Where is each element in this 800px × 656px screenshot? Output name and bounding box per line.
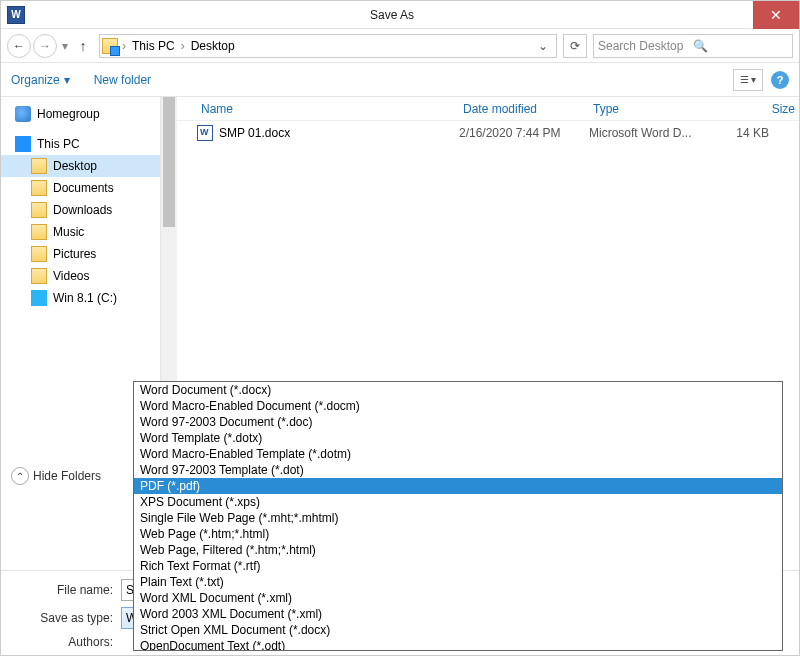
nav-back-button[interactable]: ← xyxy=(7,34,31,58)
saveastype-option[interactable]: Word Macro-Enabled Document (*.docm) xyxy=(134,398,782,414)
saveastype-option[interactable]: Word Document (*.docx) xyxy=(134,382,782,398)
saveastype-option[interactable]: Word 97-2003 Template (*.dot) xyxy=(134,462,782,478)
nav-forward-button[interactable]: → xyxy=(33,34,57,58)
saveastype-option[interactable]: Plain Text (*.txt) xyxy=(134,574,782,590)
sidebar-item-documents[interactable]: Documents xyxy=(1,177,160,199)
saveastype-option[interactable]: Web Page (*.htm;*.html) xyxy=(134,526,782,542)
word-doc-icon xyxy=(197,125,213,141)
column-header-date[interactable]: Date modified xyxy=(459,102,589,116)
file-size: 14 KB xyxy=(719,126,799,140)
column-header-name[interactable]: Name xyxy=(197,102,459,116)
new-folder-button[interactable]: New folder xyxy=(94,73,151,87)
folder-icon xyxy=(31,180,47,196)
saveastype-option[interactable]: Word Template (*.dotx) xyxy=(134,430,782,446)
filename-label: File name: xyxy=(1,583,121,597)
dialog-toolbar: Organize ▾ New folder ☰ ▾ ? xyxy=(1,63,799,97)
sidebar-item-downloads[interactable]: Downloads xyxy=(1,199,160,221)
column-headers: Name Date modified Type Size xyxy=(177,97,799,121)
scrollbar-thumb[interactable] xyxy=(163,97,175,227)
sidebar-item-music[interactable]: Music xyxy=(1,221,160,243)
hide-folders-button[interactable]: ⌃ Hide Folders xyxy=(11,467,101,485)
sidebar-item-this-pc[interactable]: This PC xyxy=(1,133,160,155)
nav-up-button[interactable]: ↑ xyxy=(73,38,93,54)
folder-icon xyxy=(31,224,47,240)
file-row[interactable]: SMP 01.docx 2/16/2020 7:44 PM Microsoft … xyxy=(177,121,799,145)
address-dropdown[interactable]: ⌄ xyxy=(532,39,554,53)
chevron-right-icon[interactable]: › xyxy=(179,39,187,53)
refresh-button[interactable]: ⟳ xyxy=(563,34,587,58)
folder-icon xyxy=(31,246,47,262)
address-bar[interactable]: › This PC › Desktop ⌄ xyxy=(99,34,557,58)
sidebar-item-homegroup[interactable]: Homegroup xyxy=(1,103,160,125)
folder-icon xyxy=(31,268,47,284)
saveastype-option[interactable]: Word XML Document (*.xml) xyxy=(134,590,782,606)
saveastype-option[interactable]: Strict Open XML Document (*.docx) xyxy=(134,622,782,638)
sidebar-item-desktop[interactable]: Desktop xyxy=(1,155,160,177)
file-type: Microsoft Word D... xyxy=(589,126,719,140)
window-title: Save As xyxy=(31,8,753,22)
this-pc-icon xyxy=(15,136,31,152)
sidebar-item-win81[interactable]: Win 8.1 (C:) xyxy=(1,287,160,309)
folder-icon xyxy=(31,202,47,218)
saveastype-dropdown-list[interactable]: Word Document (*.docx)Word Macro-Enabled… xyxy=(133,381,783,651)
saveastype-option[interactable]: Word 97-2003 Document (*.doc) xyxy=(134,414,782,430)
homegroup-icon xyxy=(15,106,31,122)
column-header-size[interactable]: Size xyxy=(719,102,799,116)
saveastype-option[interactable]: PDF (*.pdf) xyxy=(134,478,782,494)
chevron-right-icon[interactable]: › xyxy=(120,39,128,53)
breadcrumb-this-pc[interactable]: This PC xyxy=(128,39,179,53)
close-button[interactable]: ✕ xyxy=(753,1,799,29)
save-as-dialog: W Save As ✕ ← → ▾ ↑ › This PC › Desktop … xyxy=(0,0,800,656)
help-icon[interactable]: ? xyxy=(771,71,789,89)
breadcrumb-desktop[interactable]: Desktop xyxy=(187,39,239,53)
nav-history-dropdown[interactable]: ▾ xyxy=(59,39,71,53)
saveastype-option[interactable]: XPS Document (*.xps) xyxy=(134,494,782,510)
chevron-down-icon: ▾ xyxy=(64,73,70,87)
sidebar-item-pictures[interactable]: Pictures xyxy=(1,243,160,265)
saveastype-option[interactable]: Word Macro-Enabled Template (*.dotm) xyxy=(134,446,782,462)
folder-icon xyxy=(31,158,47,174)
titlebar: W Save As ✕ xyxy=(1,1,799,29)
saveastype-option[interactable]: OpenDocument Text (*.odt) xyxy=(134,638,782,651)
organize-menu[interactable]: Organize ▾ xyxy=(11,73,70,87)
sidebar-item-videos[interactable]: Videos xyxy=(1,265,160,287)
column-header-type[interactable]: Type xyxy=(589,102,719,116)
file-name: SMP 01.docx xyxy=(219,126,459,140)
navigation-bar: ← → ▾ ↑ › This PC › Desktop ⌄ ⟳ Search D… xyxy=(1,29,799,63)
saveastype-option[interactable]: Single File Web Page (*.mht;*.mhtml) xyxy=(134,510,782,526)
drive-icon xyxy=(31,290,47,306)
search-placeholder: Search Desktop xyxy=(598,39,693,53)
view-options-button[interactable]: ☰ ▾ xyxy=(733,69,763,91)
saveastype-label: Save as type: xyxy=(1,611,121,625)
search-icon: 🔍 xyxy=(693,39,788,53)
saveastype-option[interactable]: Word 2003 XML Document (*.xml) xyxy=(134,606,782,622)
saveastype-option[interactable]: Rich Text Format (*.rtf) xyxy=(134,558,782,574)
word-app-icon: W xyxy=(7,6,25,24)
chevron-up-icon: ⌃ xyxy=(11,467,29,485)
saveastype-option[interactable]: Web Page, Filtered (*.htm;*.html) xyxy=(134,542,782,558)
folder-icon xyxy=(102,38,118,54)
search-input[interactable]: Search Desktop 🔍 xyxy=(593,34,793,58)
file-date: 2/16/2020 7:44 PM xyxy=(459,126,589,140)
authors-label: Authors: xyxy=(1,635,121,649)
